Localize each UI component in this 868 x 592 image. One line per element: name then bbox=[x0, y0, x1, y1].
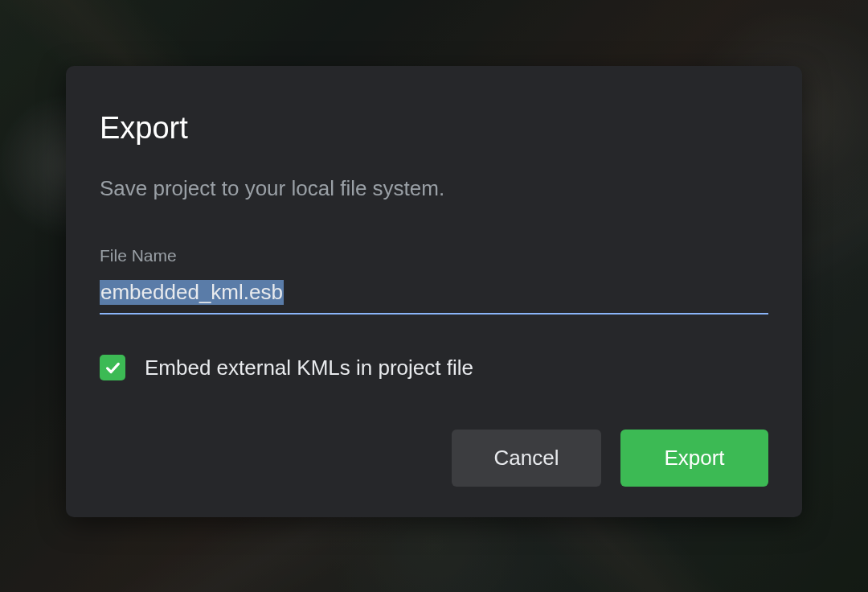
file-name-input[interactable] bbox=[100, 277, 768, 314]
checkmark-icon bbox=[104, 359, 121, 376]
file-name-label: File Name bbox=[100, 246, 768, 265]
cancel-button[interactable]: Cancel bbox=[452, 430, 601, 487]
embed-kml-checkbox-label: Embed external KMLs in project file bbox=[145, 356, 473, 380]
export-button[interactable]: Export bbox=[620, 430, 768, 487]
dialog-title: Export bbox=[100, 111, 768, 146]
embed-kml-checkbox[interactable] bbox=[100, 355, 125, 380]
embed-kml-checkbox-row: Embed external KMLs in project file bbox=[100, 355, 768, 380]
file-name-input-wrapper: embedded_kml.esb bbox=[100, 277, 768, 314]
dialog-button-row: Cancel Export bbox=[100, 430, 768, 487]
dialog-subtitle: Save project to your local file system. bbox=[100, 176, 768, 201]
export-dialog: Export Save project to your local file s… bbox=[66, 66, 802, 517]
